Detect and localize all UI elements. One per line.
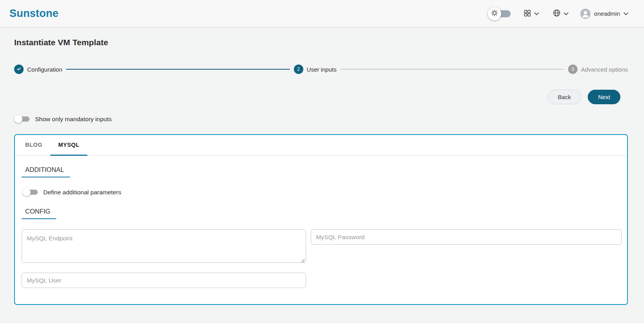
check-icon [16,66,22,73]
user-menu-button[interactable]: oneadmin [580,9,628,19]
step-user-inputs-label: User inputs [307,66,337,73]
step-advanced-options: 3 Advanced options [568,65,628,74]
stepper-connector [340,69,564,70]
config-section-title: CONFIG [22,208,56,219]
show-mandatory-toggle[interactable] [14,115,30,123]
mysql-password-field-wrap [311,229,622,245]
step-configuration: Configuration [14,65,62,74]
additional-section-title: ADDITIONAL [22,166,70,177]
page-title: Instantiate VM Template [14,38,628,47]
chevron-down-icon [564,11,568,17]
tab-mysql[interactable]: MYSQL [50,135,87,156]
language-menu-button[interactable] [551,7,570,20]
step-configuration-circle [14,65,24,74]
toggle-thumb [14,115,22,123]
wizard-actions: Back Next [14,90,620,104]
theme-toggle-thumb [488,7,501,20]
chevron-down-icon [534,11,539,17]
avatar-icon [580,9,590,19]
textarea-resize-handle[interactable] [301,257,305,262]
step-user-inputs: 2 User inputs [294,65,337,74]
header-actions: oneadmin [488,7,628,20]
step-user-inputs-circle: 2 [294,65,303,74]
mysql-endpoint-textarea[interactable] [22,229,306,263]
mysql-endpoint-field-wrap [22,229,306,263]
show-mandatory-label: Show only mandatory inputs [35,116,112,123]
main-content: Instantiate VM Template Configuration 2 … [0,28,644,305]
wizard-stepper: Configuration 2 User inputs 3 Advanced o… [14,65,628,74]
sun-icon [490,9,499,19]
grid-icon [523,9,531,18]
toggle-thumb [22,188,31,196]
config-fields-grid [22,229,622,288]
mandatory-toggle-row: Show only mandatory inputs [14,115,628,123]
tab-blog[interactable]: BLOG [17,135,50,156]
mysql-password-input[interactable] [311,229,622,245]
step-advanced-options-label: Advanced options [581,66,628,73]
theme-toggle[interactable] [488,7,511,20]
sunstone-logo: Sunstone [9,7,59,20]
apps-menu-button[interactable] [522,7,541,20]
next-button[interactable]: Next [588,90,620,104]
additional-toggle-row: Define additional parameters [22,188,622,196]
mysql-user-input[interactable] [22,273,306,288]
globe-icon [552,9,561,18]
app-header: Sunstone [0,0,644,28]
step-advanced-options-circle: 3 [568,65,578,74]
user-inputs-card: BLOG MYSQL ADDITIONAL Define additional … [14,134,628,305]
stepper-connector [66,69,290,70]
mysql-user-field-wrap [22,273,306,288]
define-additional-parameters-toggle[interactable] [22,188,38,196]
back-button[interactable]: Back [548,90,581,104]
card-body: ADDITIONAL Define additional parameters … [15,156,627,288]
chevron-down-icon [624,11,628,17]
define-additional-parameters-label: Define additional parameters [43,189,121,196]
role-tab-bar: BLOG MYSQL [15,135,627,156]
username-label: oneadmin [594,10,620,17]
step-configuration-label: Configuration [27,66,62,73]
